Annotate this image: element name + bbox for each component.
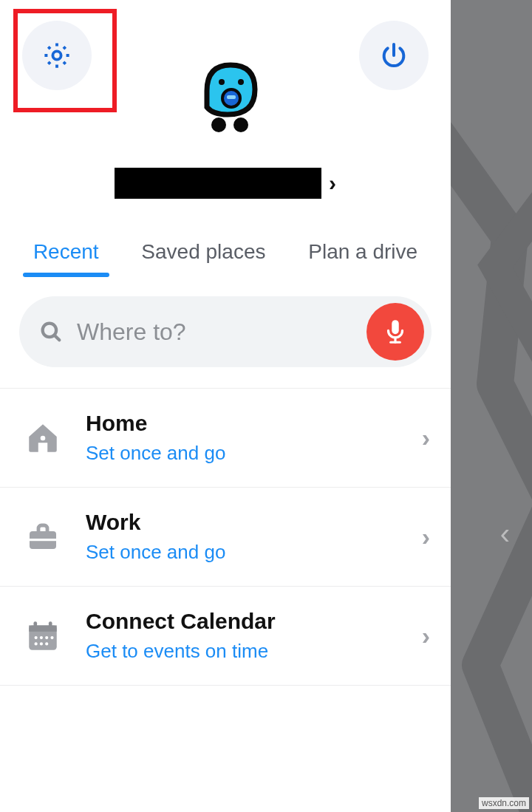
- list-item-subtitle: Set once and go: [86, 541, 401, 564]
- svg-point-4: [238, 79, 244, 85]
- watermark: wsxdn.com: [479, 797, 529, 809]
- list-item-subtitle: Get to events on time: [86, 640, 401, 663]
- svg-rect-9: [392, 320, 399, 334]
- svg-point-3: [219, 79, 225, 85]
- power-icon: [379, 41, 409, 70]
- svg-point-0: [52, 51, 61, 59]
- svg-point-19: [35, 636, 38, 639]
- chevron-right-icon: ›: [422, 423, 430, 452]
- svg-point-21: [45, 636, 48, 639]
- svg-line-8: [55, 335, 60, 341]
- list-item-home[interactable]: Home Set once and go ›: [0, 388, 451, 487]
- tab-plan-a-drive[interactable]: Plan a drive: [305, 236, 420, 274]
- search-input[interactable]: Where to?: [19, 296, 432, 367]
- tab-saved-places[interactable]: Saved places: [138, 236, 268, 274]
- side-panel: › Recent Saved places Plan a drive Where…: [0, 0, 451, 812]
- profile-avatar[interactable]: [185, 54, 266, 138]
- svg-point-22: [50, 636, 53, 639]
- search-icon: [38, 319, 64, 344]
- list-item-subtitle: Set once and go: [86, 442, 401, 465]
- search-placeholder: Where to?: [77, 318, 353, 346]
- power-button[interactable]: [359, 21, 429, 90]
- svg-point-2: [233, 117, 248, 132]
- tabs: Recent Saved places Plan a drive: [0, 236, 451, 274]
- svg-rect-16: [29, 625, 57, 631]
- svg-rect-18: [49, 621, 52, 629]
- svg-rect-14: [30, 539, 56, 541]
- map-background[interactable]: ‹: [451, 0, 532, 812]
- chevron-right-icon: ›: [422, 621, 430, 650]
- list-item-title: Connect Calendar: [86, 609, 401, 634]
- chevron-right-icon: ›: [422, 522, 430, 551]
- briefcase-icon: [24, 519, 61, 555]
- svg-point-25: [45, 642, 48, 645]
- svg-point-1: [211, 117, 226, 132]
- svg-point-23: [35, 642, 38, 645]
- chevron-right-icon: ›: [329, 171, 336, 196]
- profile-name-row[interactable]: ›: [0, 168, 451, 199]
- panel-header: [0, 0, 451, 138]
- svg-point-24: [40, 642, 43, 645]
- svg-point-12: [41, 435, 46, 440]
- voice-search-button[interactable]: [366, 303, 424, 361]
- tab-recent[interactable]: Recent: [30, 236, 102, 274]
- destination-list: Home Set once and go › Work Set once and…: [0, 388, 451, 686]
- microphone-icon: [381, 318, 409, 346]
- list-item-work[interactable]: Work Set once and go ›: [0, 487, 451, 586]
- calendar-icon: [24, 618, 61, 655]
- svg-point-20: [40, 636, 43, 639]
- settings-button[interactable]: [22, 21, 92, 90]
- gear-icon: [41, 40, 72, 71]
- list-item-calendar[interactable]: Connect Calendar Get to events on time ›: [0, 586, 451, 686]
- profile-name-redacted: [115, 168, 321, 199]
- list-item-title: Home: [86, 411, 401, 436]
- home-icon: [24, 420, 61, 457]
- map-collapse-chevron[interactable]: ‹: [500, 517, 510, 550]
- svg-rect-17: [34, 621, 38, 629]
- list-item-title: Work: [86, 510, 401, 535]
- svg-rect-6: [227, 95, 236, 99]
